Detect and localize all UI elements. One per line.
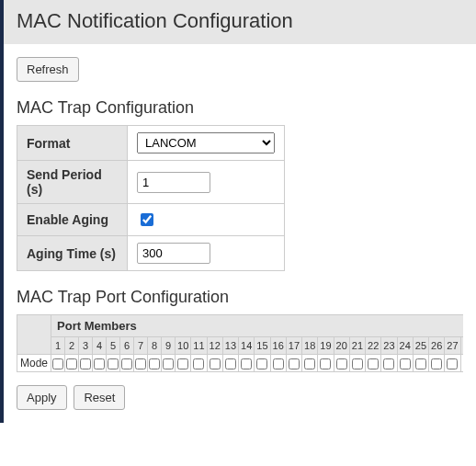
port-checkbox[interactable] <box>368 358 379 369</box>
port-number: 12 <box>207 337 222 355</box>
port-number: 14 <box>239 337 255 355</box>
port-checkbox-cell <box>79 355 93 372</box>
port-number: 4 <box>93 337 107 355</box>
port-number: 9 <box>162 337 176 355</box>
port-checkbox-cell <box>334 355 349 372</box>
port-checkbox[interactable] <box>431 358 442 369</box>
port-checkbox[interactable] <box>352 358 363 369</box>
port-number: 19 <box>318 337 334 355</box>
title-bar: MAC Notification Configuration <box>4 0 476 44</box>
port-number: 24 <box>397 337 413 355</box>
port-checkbox-cell <box>148 355 162 372</box>
port-number: 26 <box>429 337 445 355</box>
port-checkbox[interactable] <box>177 358 188 369</box>
port-checkbox-cell <box>239 355 255 372</box>
aging-time-input[interactable] <box>137 243 210 264</box>
port-checkbox-cell <box>318 355 334 372</box>
port-checkbox[interactable] <box>149 358 160 369</box>
reset-button[interactable]: Reset <box>74 385 125 410</box>
port-checkbox-cell <box>286 355 301 372</box>
mode-row-label: Mode <box>17 355 51 372</box>
port-number: 1 <box>51 337 65 355</box>
enable-aging-checkbox[interactable] <box>141 213 153 226</box>
port-number: 13 <box>222 337 238 355</box>
port-number: 22 <box>366 337 381 355</box>
send-period-input[interactable] <box>137 172 210 193</box>
port-number: 3 <box>79 337 93 355</box>
port-checkbox-cell <box>381 355 397 372</box>
port-checkbox[interactable] <box>289 358 300 369</box>
send-period-label: Send Period (s) <box>17 161 128 204</box>
port-number: 23 <box>381 337 397 355</box>
port-checkbox[interactable] <box>210 358 221 369</box>
port-checkbox-cell <box>460 355 463 372</box>
port-checkbox[interactable] <box>135 358 146 369</box>
enable-aging-label: Enable Aging <box>17 204 128 236</box>
port-checkbox[interactable] <box>383 358 394 369</box>
port-number: 8 <box>148 337 162 355</box>
port-number: 20 <box>334 337 349 355</box>
port-checkbox-cell <box>162 355 176 372</box>
port-number: 15 <box>255 337 270 355</box>
port-checkbox-cell <box>134 355 148 372</box>
port-checkbox[interactable] <box>225 358 236 369</box>
port-checkbox-cell <box>270 355 286 372</box>
port-checkbox[interactable] <box>256 358 267 369</box>
port-checkbox-cell <box>120 355 134 372</box>
trap-config-table: Format LANCOM Send Period (s) Enable Agi… <box>17 125 285 271</box>
port-number: 25 <box>413 337 428 355</box>
aging-time-label: Aging Time (s) <box>17 236 128 271</box>
port-checkbox[interactable] <box>320 358 331 369</box>
port-checkbox-cell <box>255 355 270 372</box>
port-checkbox-cell <box>65 355 79 372</box>
refresh-button[interactable]: Refresh <box>17 57 79 82</box>
port-number: 17 <box>286 337 301 355</box>
port-config-heading: MAC Trap Port Configuration <box>17 288 463 307</box>
port-checkbox-cell <box>413 355 428 372</box>
port-checkbox[interactable] <box>94 358 105 369</box>
port-checkbox[interactable] <box>336 358 347 369</box>
port-checkbox[interactable] <box>241 358 252 369</box>
port-checkbox-cell <box>191 355 207 372</box>
port-checkbox-cell <box>176 355 191 372</box>
port-checkbox[interactable] <box>66 358 77 369</box>
port-checkbox-cell <box>445 355 460 372</box>
port-checkbox[interactable] <box>400 358 411 369</box>
port-number: 10 <box>176 337 191 355</box>
port-checkbox[interactable] <box>52 358 63 369</box>
port-checkbox-cell <box>107 355 120 372</box>
port-checkbox-cell <box>93 355 107 372</box>
port-checkbox[interactable] <box>163 358 174 369</box>
port-checkbox[interactable] <box>415 358 426 369</box>
port-checkbox-cell <box>51 355 65 372</box>
port-table: Port Members 123456789101112131415161718… <box>17 314 463 372</box>
apply-button[interactable]: Apply <box>17 385 67 410</box>
port-checkbox-cell <box>207 355 222 372</box>
port-checkbox[interactable] <box>447 358 458 369</box>
port-checkbox-cell <box>349 355 365 372</box>
trap-config-heading: MAC Trap Configuration <box>17 98 463 118</box>
port-number: 27 <box>445 337 460 355</box>
port-number: 6 <box>120 337 134 355</box>
port-number: 7 <box>134 337 148 355</box>
port-checkbox-cell <box>222 355 238 372</box>
format-select[interactable]: LANCOM <box>137 132 275 153</box>
port-members-header: Port Members <box>51 315 463 337</box>
port-checkbox[interactable] <box>80 358 91 369</box>
port-checkbox[interactable] <box>304 358 315 369</box>
port-checkbox[interactable] <box>108 358 119 369</box>
port-number: 5 <box>107 337 120 355</box>
port-table-corner <box>17 315 51 355</box>
format-label: Format <box>17 126 128 161</box>
port-number: 18 <box>302 337 318 355</box>
port-checkbox-cell <box>366 355 381 372</box>
port-number: 21 <box>349 337 365 355</box>
port-checkbox[interactable] <box>273 358 284 369</box>
port-checkbox[interactable] <box>193 358 204 369</box>
port-checkbox-cell <box>429 355 445 372</box>
port-number: 2 <box>65 337 79 355</box>
port-checkbox-cell <box>397 355 413 372</box>
page-title: MAC Notification Configuration <box>17 9 463 33</box>
port-checkbox[interactable] <box>121 358 132 369</box>
port-checkbox-cell <box>302 355 318 372</box>
